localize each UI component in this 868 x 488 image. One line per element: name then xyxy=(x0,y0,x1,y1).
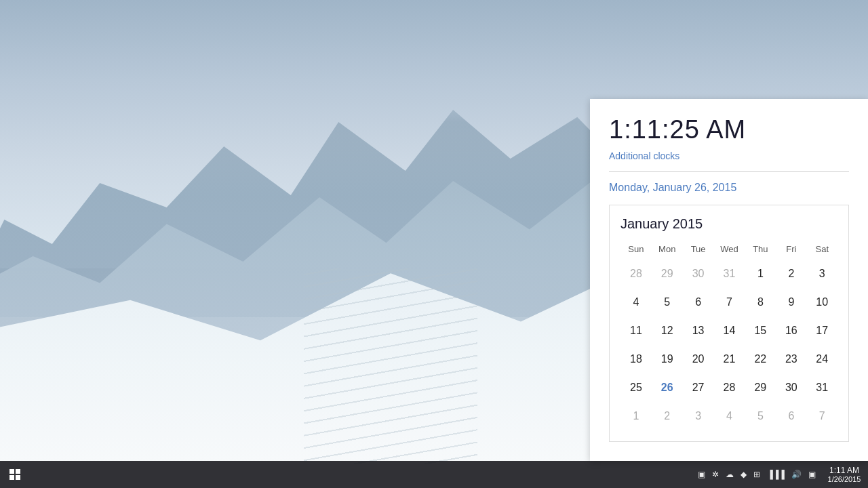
calendar-week-row: 28293031123 xyxy=(620,260,837,288)
calendar-day-cell[interactable]: 2 xyxy=(652,402,683,430)
calendar-day-cell[interactable]: 8 xyxy=(745,288,776,317)
additional-clocks-link[interactable]: Additional clocks xyxy=(609,150,679,161)
calendar-day-cell[interactable]: 18 xyxy=(620,345,652,373)
volume-tray-icon[interactable]: 🔊 xyxy=(789,470,804,479)
calendar-day-header: Wed xyxy=(713,241,745,260)
clock-tray-time: 1:11 AM xyxy=(829,466,859,475)
divider xyxy=(609,171,849,172)
calendar-day-cell[interactable]: 3 xyxy=(683,402,714,430)
calendar-day-cell[interactable]: 30 xyxy=(683,260,714,288)
current-date: Monday, January 26, 2015 xyxy=(609,182,849,194)
start-icon-bl xyxy=(9,475,14,480)
bluetooth-tray-icon[interactable]: ✲ xyxy=(710,470,721,479)
calendar-day-header: Sun xyxy=(620,241,652,260)
calendar-day-cell[interactable]: 14 xyxy=(713,317,745,345)
start-icon-tl xyxy=(9,469,14,474)
calendar-month: January 2015 xyxy=(620,216,837,232)
calendar-day-cell[interactable]: 20 xyxy=(683,345,714,373)
calendar-day-header: Thu xyxy=(745,241,776,260)
start-button[interactable] xyxy=(1,461,28,488)
calendar-week-row: 1234567 xyxy=(620,402,837,430)
calendar-day-cell[interactable]: 5 xyxy=(652,288,683,317)
calendar-day-cell[interactable]: 6 xyxy=(776,402,806,430)
calendar-day-cell[interactable]: 31 xyxy=(807,373,838,402)
calendar-day-cell[interactable]: 9 xyxy=(776,288,806,317)
taskbar-right: ▣ ✲ ☁ ◆ ⊞ ▐▐▐ 🔊 ▣ 1:11 AM 1/26/2015 xyxy=(696,461,868,488)
calendar-day-cell[interactable]: 26 xyxy=(652,373,683,402)
calendar-day-cell[interactable]: 4 xyxy=(713,402,745,430)
calendar-day-cell[interactable]: 27 xyxy=(683,373,714,402)
calendar-day-cell[interactable]: 25 xyxy=(620,373,652,402)
calendar-day-cell[interactable]: 3 xyxy=(807,260,838,288)
calendar-day-cell[interactable]: 12 xyxy=(652,317,683,345)
calendar-day-cell[interactable]: 22 xyxy=(745,345,776,373)
calendar-day-cell[interactable]: 5 xyxy=(745,402,776,430)
signal-tray-icon[interactable]: ▐▐▐ xyxy=(765,470,787,479)
calendar-day-cell[interactable]: 28 xyxy=(713,373,745,402)
calendar-day-cell[interactable]: 19 xyxy=(652,345,683,373)
calendar-week-row: 18192021222324 xyxy=(620,345,837,373)
main-time: 1:11:25 AM xyxy=(609,115,849,144)
calendar-day-cell[interactable]: 11 xyxy=(620,317,652,345)
calendar-day-header: Tue xyxy=(683,241,714,260)
clock-panel: 1:11:25 AM Additional clocks Monday, Jan… xyxy=(590,99,868,461)
start-icon xyxy=(9,469,20,480)
clock-tray-date: 1/26/2015 xyxy=(828,475,861,483)
calendar-day-cell[interactable]: 13 xyxy=(683,317,714,345)
calendar-day-cell[interactable]: 31 xyxy=(713,260,745,288)
calendar-day-cell[interactable]: 16 xyxy=(776,317,806,345)
calendar-day-header: Mon xyxy=(652,241,683,260)
start-icon-br xyxy=(16,475,20,480)
calendar-day-header: Fri xyxy=(776,241,806,260)
taskbar-left xyxy=(0,461,696,488)
onedrive-tray-icon[interactable]: ☁ xyxy=(724,470,736,479)
calendar-day-cell[interactable]: 1 xyxy=(620,402,652,430)
calendar-day-cell[interactable]: 29 xyxy=(652,260,683,288)
calendar-week-row: 25262728293031 xyxy=(620,373,837,402)
calendar-grid: SunMonTueWedThuFriSat 282930311234567891… xyxy=(620,241,837,430)
calendar-day-cell[interactable]: 21 xyxy=(713,345,745,373)
network-tray-icon[interactable]: ⊞ xyxy=(751,470,762,479)
calendar-day-cell[interactable]: 30 xyxy=(776,373,806,402)
action-center-tray-icon[interactable]: ▣ xyxy=(806,470,818,479)
unknown-tray-icon[interactable]: ◆ xyxy=(738,470,749,479)
calendar-day-cell[interactable]: 4 xyxy=(620,288,652,317)
calendar-day-cell[interactable]: 6 xyxy=(683,288,714,317)
calendar-day-cell[interactable]: 29 xyxy=(745,373,776,402)
clock-tray[interactable]: 1:11 AM 1/26/2015 xyxy=(821,461,868,488)
calendar-day-cell[interactable]: 10 xyxy=(807,288,838,317)
footprint-trail xyxy=(304,268,477,464)
calendar-day-cell[interactable]: 28 xyxy=(620,260,652,288)
calendar-day-cell[interactable]: 2 xyxy=(776,260,806,288)
calendar-day-cell[interactable]: 7 xyxy=(807,402,838,430)
calendar: January 2015 SunMonTueWedThuFriSat 28293… xyxy=(609,205,849,442)
calendar-week-row: 45678910 xyxy=(620,288,837,317)
start-icon-tr xyxy=(16,469,20,474)
taskbar: ▣ ✲ ☁ ◆ ⊞ ▐▐▐ 🔊 ▣ 1:11 AM 1/26/2015 xyxy=(0,461,868,488)
calendar-week-row: 11121314151617 xyxy=(620,317,837,345)
calendar-day-cell[interactable]: 1 xyxy=(745,260,776,288)
calendar-day-cell[interactable]: 7 xyxy=(713,288,745,317)
calendar-day-cell[interactable]: 24 xyxy=(807,345,838,373)
calendar-header-row: SunMonTueWedThuFriSat xyxy=(620,241,837,260)
calendar-day-cell[interactable]: 17 xyxy=(807,317,838,345)
calendar-day-header: Sat xyxy=(807,241,838,260)
nvidia-tray-icon[interactable]: ▣ xyxy=(696,470,707,479)
calendar-body: 2829303112345678910111213141516171819202… xyxy=(620,260,837,430)
calendar-day-cell[interactable]: 23 xyxy=(776,345,806,373)
calendar-day-cell[interactable]: 15 xyxy=(745,317,776,345)
